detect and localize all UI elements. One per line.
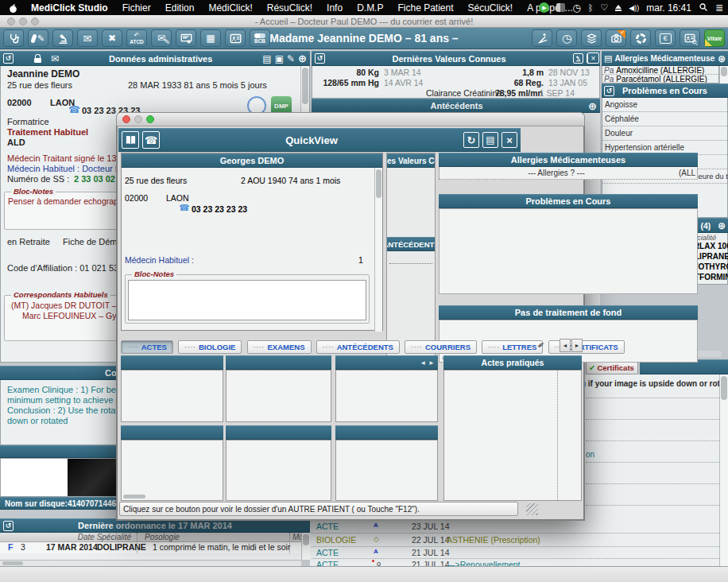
history-row[interactable]: ACTE A 23 JUL 14 [310, 522, 719, 532]
scanner-button[interactable] [581, 29, 602, 47]
acte-list-box[interactable] [121, 440, 223, 501]
probleme-item[interactable]: Céphalée [602, 112, 727, 126]
acte-hscroll-thumb[interactable] [123, 495, 145, 499]
weight-value[interactable]: 80 Kg [312, 68, 379, 77]
actes-pratiques-list[interactable] [443, 370, 582, 501]
window-zoom-button[interactable] [31, 17, 39, 25]
acte-list-box[interactable] [335, 370, 438, 422]
edit-icon[interactable]: ✎ [287, 54, 295, 64]
history-row-text[interactable]: on [586, 450, 594, 459]
allergies-scrollbar[interactable] [719, 66, 728, 83]
radiology-button[interactable]: ✖ [102, 29, 122, 47]
acte-list-box[interactable] [121, 370, 223, 422]
phonebook-icon[interactable]: ☎ [142, 131, 160, 149]
menu-resuclick[interactable]: RésuClick! [260, 2, 319, 14]
sport-button[interactable] [532, 29, 552, 47]
tab-actes[interactable]: ····ACTES [121, 340, 173, 354]
tab-antecedents[interactable]: ····ANTÉCÉDENTS [316, 340, 400, 354]
acte-list-box[interactable] [226, 440, 331, 501]
tab-courriers[interactable]: ····COURRIERS [405, 340, 477, 354]
tab-scroll-left-button[interactable]: ◄ [560, 339, 571, 352]
switch-patient-icon[interactable]: ↻ [463, 132, 479, 148]
timer-button[interactable]: ◷ [556, 29, 577, 47]
history-vscrollbar[interactable] [719, 374, 728, 566]
menu-mediclick[interactable]: MédiClick! [201, 2, 259, 14]
bluetooth-icon[interactable]: ᛒ [588, 3, 594, 13]
close-icon[interactable]: × [501, 132, 517, 148]
qv-bloc-notes-box[interactable]: Bloc-Notes [125, 274, 370, 324]
ordonnance-hscrollbar[interactable] [0, 560, 301, 566]
print-icon[interactable]: ▤ [262, 54, 271, 64]
settings-button[interactable] [630, 29, 651, 47]
dialog-minimize-button[interactable] [134, 115, 142, 123]
height-value[interactable]: 1,8 m [480, 68, 544, 77]
consultation-button[interactable] [3, 29, 24, 47]
bp-value[interactable]: 128/65 mm Hg [312, 78, 379, 87]
resize-grip[interactable] [526, 503, 538, 515]
menu-fichier[interactable]: Fichier [115, 2, 158, 14]
mail-button[interactable]: ✉ [77, 29, 98, 47]
lock-icon[interactable] [34, 58, 41, 63]
qv-patient-scrollbar[interactable] [374, 168, 382, 332]
add-icon[interactable]: ⊕ [588, 101, 597, 111]
history-row[interactable]: BIOLOGIE ◇ 22 JUL 14 ASTHENIE (Prescript… [310, 535, 719, 545]
contact-card-button[interactable] [225, 29, 246, 47]
qv-footer-button[interactable]: Cliquez sur ce bouton pour voir le dossi… [119, 502, 518, 516]
history-icon[interactable]: ↺ [315, 53, 325, 64]
copy-icon[interactable]: ▣ [275, 54, 284, 64]
carte-vitale-button[interactable]: Vitale [704, 29, 725, 47]
quickview-titlebar[interactable] [116, 112, 585, 126]
book-icon[interactable] [122, 131, 139, 149]
calculator-button[interactable]: € [655, 29, 676, 47]
add-icon[interactable]: ⊕ [298, 53, 307, 64]
nav-left-icon[interactable]: ◄ [420, 359, 426, 367]
menu-edition[interactable]: Edition [158, 2, 202, 14]
allergy-item[interactable]: PaAmoxicilline (ALLERGIE) [602, 66, 718, 75]
col-date-spec[interactable]: Date Spécialité [48, 533, 131, 541]
camera-button[interactable]: ✓ [606, 29, 626, 47]
clock-status-icon[interactable]: ◷ [572, 2, 580, 14]
atcd-button[interactable]: ↶ATCD [126, 29, 147, 47]
menu-info[interactable]: Info [319, 2, 350, 14]
col-posologie[interactable]: Posologie [145, 533, 180, 541]
envelope-icon[interactable]: ✉ [51, 54, 59, 64]
dialog-zoom-button[interactable] [146, 115, 154, 123]
menubar-clock[interactable]: mar. 16:41 [646, 2, 691, 14]
qv-allergies-row[interactable]: --- Allergies ? --- (ALL [439, 167, 698, 180]
certificate-button[interactable] [176, 29, 196, 47]
dialog-close-button[interactable] [122, 115, 130, 123]
biology-button[interactable] [52, 29, 73, 47]
nav-right-icon[interactable]: ► [428, 359, 435, 367]
window-close-button[interactable] [7, 17, 15, 25]
notification-center-icon[interactable]: ≣ [715, 2, 723, 14]
print-icon[interactable]: ▤ [604, 54, 612, 63]
parallels-status-icon[interactable] [556, 3, 565, 12]
play-status-icon[interactable]: ▶ [539, 2, 549, 13]
add-icon[interactable]: ⊕ [718, 54, 726, 64]
microscope-icon[interactable] [573, 53, 583, 64]
history-row[interactable]: ACTE A 21 JUL 14 [310, 548, 719, 558]
history-icon[interactable]: ↺ [3, 521, 14, 531]
probleme-item[interactable]: Douleur [602, 126, 727, 141]
xray-image[interactable] [68, 459, 117, 496]
probleme-item[interactable]: Angoisse [602, 98, 727, 112]
panel-close-button[interactable]: × [587, 52, 599, 64]
print-icon[interactable]: ▤ [482, 132, 498, 148]
tab-biologie[interactable]: ····BIOLOGIE [178, 340, 242, 354]
menu-app[interactable]: MediClick Studio [24, 2, 115, 14]
tab-examens[interactable]: ····EXAMENS [247, 340, 312, 354]
history-row-text[interactable]: ge) if your image is upside down or rota… [574, 379, 728, 388]
allergy-item[interactable]: PaParacétamol (ALLERGIE) [602, 75, 718, 83]
menu-fiche-patient[interactable]: Fiche Patient [390, 2, 460, 14]
clairance-value[interactable]: 78,95 ml/mn [484, 88, 543, 98]
certificats-tab[interactable]: ✔ Certificats [586, 361, 638, 374]
volume-icon[interactable]: ◀)) [629, 4, 639, 12]
heart-icon[interactable]: ♡ [600, 2, 608, 13]
ordonnance-vscrollbar[interactable] [301, 533, 310, 560]
contact-search-button[interactable] [680, 29, 700, 47]
menu-secuclick[interactable]: SécuClick! [461, 2, 521, 14]
spotlight-icon[interactable] [699, 1, 708, 15]
history-icon[interactable]: ↺ [3, 53, 14, 64]
window-minimize-button[interactable] [19, 17, 27, 25]
history-icon[interactable]: ↺ [604, 86, 614, 96]
